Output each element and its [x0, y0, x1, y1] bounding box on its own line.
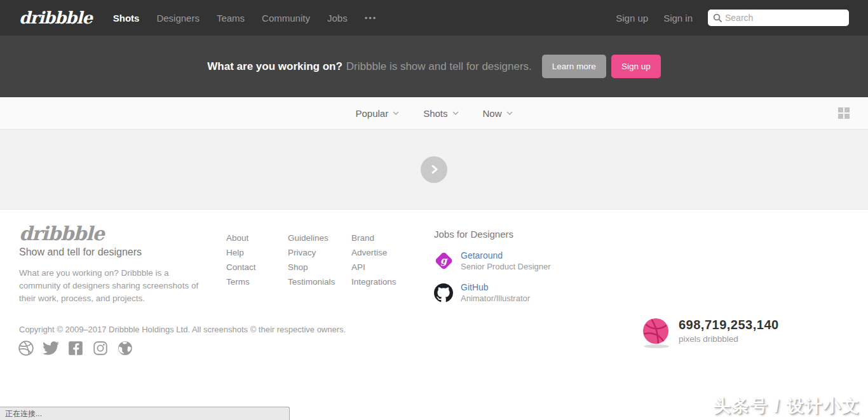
chevron-down-icon: [452, 111, 459, 115]
primary-nav: Shots Designers Teams Community Jobs: [113, 13, 348, 24]
job-listing-github[interactable]: GitHub Animator/Illustrator: [434, 282, 551, 303]
nav-item-jobs[interactable]: Jobs: [327, 13, 348, 24]
facebook-icon[interactable]: [67, 340, 84, 356]
jobs-heading: Jobs for Designers: [434, 229, 551, 240]
pixels-label: pixels dribbbled: [679, 334, 779, 344]
nav-right-group: Sign up Sign in: [616, 10, 849, 26]
next-page-button[interactable]: [421, 156, 447, 183]
globe-icon[interactable]: [117, 340, 133, 356]
footer-links-column-2: Guidelines Privacy Shop Testimonials: [288, 231, 335, 289]
chevron-down-icon: [393, 111, 399, 115]
search-box[interactable]: [708, 10, 849, 26]
twitter-icon[interactable]: [43, 340, 59, 356]
top-nav: dribbble Shots Designers Teams Community…: [0, 0, 868, 36]
footer-tagline: Show and tell for designers: [19, 247, 205, 258]
nav-item-teams[interactable]: Teams: [217, 13, 245, 24]
search-icon: [713, 13, 722, 22]
pixels-count: 698,719,253,140: [679, 318, 779, 332]
jobs-for-designers-section: Jobs for Designers g Getaround Senior Pr…: [434, 229, 551, 303]
instagram-icon[interactable]: [92, 340, 109, 356]
footer-dribbble-logo[interactable]: dribbble: [19, 222, 205, 245]
hero-sign-up-button[interactable]: Sign up: [611, 55, 661, 78]
footer-link-contact[interactable]: Contact: [226, 260, 256, 274]
footer-link-brand[interactable]: Brand: [351, 231, 397, 245]
dribbble-logo[interactable]: dribbble: [19, 8, 92, 27]
sort-dropdown-popular[interactable]: Popular: [355, 108, 399, 119]
footer-link-integrations[interactable]: Integrations: [351, 274, 397, 289]
learn-more-button[interactable]: Learn more: [542, 55, 606, 78]
footer-brand-column: dribbble Show and tell for designers Wha…: [19, 222, 205, 305]
dribbble-ball-icon: [642, 318, 671, 349]
chevron-down-icon: [506, 111, 513, 115]
more-menu-ellipsis-icon[interactable]: •••: [365, 13, 377, 23]
footer-link-about[interactable]: About: [226, 231, 256, 245]
nav-item-designers[interactable]: Designers: [156, 13, 200, 24]
social-icons-row: [18, 340, 133, 356]
filter-bar: Popular Shots Now: [0, 97, 868, 130]
footer-links-column-1: About Help Contact Terms: [226, 231, 256, 289]
copyright-text: Copyright © 2009–2017 Dribbble Holdings …: [19, 325, 346, 334]
grid-view-icon[interactable]: [838, 107, 850, 119]
shots-area: [0, 130, 868, 210]
job-role: Senior Product Designer: [461, 262, 551, 271]
footer-links-column-3: Brand Advertise API Integrations: [351, 231, 397, 289]
footer-link-shop[interactable]: Shop: [288, 260, 335, 274]
dribbble-icon[interactable]: [18, 340, 34, 356]
github-logo-icon[interactable]: [434, 283, 453, 302]
hero-question: What are you working on?: [207, 60, 342, 73]
nav-item-shots[interactable]: Shots: [113, 13, 140, 24]
sign-up-link[interactable]: Sign up: [616, 13, 648, 24]
search-input[interactable]: [725, 13, 844, 23]
footer-link-api[interactable]: API: [351, 260, 397, 274]
getaround-logo-icon[interactable]: g: [434, 252, 453, 271]
footer: dribbble Show and tell for designers Wha…: [0, 210, 868, 420]
job-listing-getaround[interactable]: g Getaround Senior Product Designer: [434, 250, 551, 271]
pixels-counter: 698,719,253,140 pixels dribbbled: [642, 318, 779, 349]
footer-link-help[interactable]: Help: [226, 245, 256, 260]
footer-description: What are you working on? Dribbble is a c…: [19, 267, 205, 305]
footer-link-guidelines[interactable]: Guidelines: [288, 231, 335, 245]
footer-link-terms[interactable]: Terms: [226, 274, 256, 289]
hero-statement: Dribbble is show and tell for designers.: [346, 60, 532, 73]
job-role: Animator/Illustrator: [461, 294, 530, 303]
browser-status-bar: 正在连接...: [0, 407, 290, 420]
footer-link-advertise[interactable]: Advertise: [351, 245, 397, 260]
chevron-right-icon: [430, 165, 439, 174]
footer-link-privacy[interactable]: Privacy: [288, 245, 335, 260]
watermark-text: 头条号 / 设计小文: [713, 395, 860, 417]
hero-banner: What are you working on? Dribbble is sho…: [0, 36, 868, 97]
footer-link-testimonials[interactable]: Testimonials: [288, 274, 335, 289]
type-dropdown-shots[interactable]: Shots: [423, 108, 458, 119]
nav-item-community[interactable]: Community: [262, 13, 310, 24]
time-dropdown-now[interactable]: Now: [483, 108, 513, 119]
job-company-link[interactable]: GitHub: [461, 282, 530, 292]
sign-in-link[interactable]: Sign in: [663, 13, 693, 24]
job-company-link[interactable]: Getaround: [461, 250, 551, 261]
